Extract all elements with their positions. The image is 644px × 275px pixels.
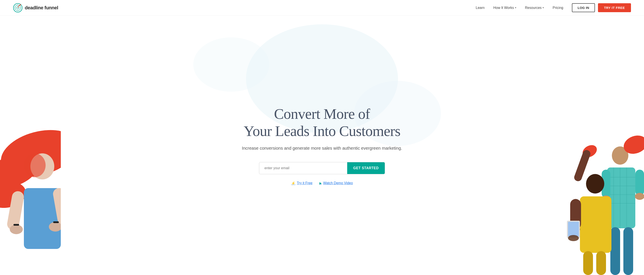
hero-section: Convert More of Your Leads Into Customer… (0, 16, 644, 275)
nav-learn[interactable]: Learn (476, 6, 485, 10)
how-it-works-chevron-icon: ▾ (515, 6, 516, 9)
logo-text: deadline funnel (25, 5, 58, 11)
svg-rect-28 (635, 170, 644, 196)
svg-rect-31 (610, 227, 620, 275)
svg-rect-15 (14, 224, 19, 226)
resources-chevron-icon: ▾ (542, 6, 544, 9)
svg-point-30 (635, 193, 644, 200)
try-free-button[interactable]: TRY IT FREE (598, 3, 631, 12)
nav-resources[interactable]: Resources ▾ (525, 6, 544, 10)
hero-subtitle: Increase conversions and generate more s… (242, 145, 402, 152)
logo[interactable]: deadline funnel (13, 3, 58, 12)
nav-links: Learn How It Works ▾ Resources ▾ Pricing (476, 6, 563, 10)
left-character-illustration (0, 127, 61, 275)
hero-title: Convert More of Your Leads Into Customer… (242, 105, 402, 139)
play-icon: ▶ (320, 182, 322, 185)
svg-rect-42 (583, 251, 593, 275)
navbar: deadline funnel Learn How It Works ▾ Res… (0, 0, 644, 16)
svg-rect-43 (596, 251, 606, 275)
watch-demo-link[interactable]: ▶ Watch Demo Video (320, 181, 353, 185)
svg-point-13 (10, 224, 23, 234)
email-form: GET STARTED (259, 162, 385, 174)
get-started-button[interactable]: GET STARTED (347, 162, 385, 174)
right-character-illustration (562, 127, 644, 275)
email-input[interactable] (259, 162, 347, 174)
bolt-icon: ⚡ (291, 181, 296, 185)
svg-point-17 (24, 153, 46, 177)
nav-pricing[interactable]: Pricing (552, 6, 563, 10)
try-it-free-link[interactable]: ⚡ Try it Free (291, 181, 312, 185)
nav-how-it-works[interactable]: How It Works ▾ (493, 6, 516, 10)
svg-point-35 (586, 174, 604, 194)
svg-point-41 (568, 235, 579, 241)
blob-3 (193, 37, 269, 92)
svg-rect-16 (53, 221, 59, 223)
cta-links: ⚡ Try it Free ▶ Watch Demo Video (242, 181, 402, 185)
svg-rect-36 (580, 196, 612, 253)
login-button[interactable]: LOG IN (572, 3, 595, 12)
hero-content: Convert More of Your Leads Into Customer… (238, 105, 406, 185)
logo-icon (13, 3, 22, 12)
svg-rect-40 (568, 222, 579, 236)
svg-rect-32 (623, 227, 633, 275)
